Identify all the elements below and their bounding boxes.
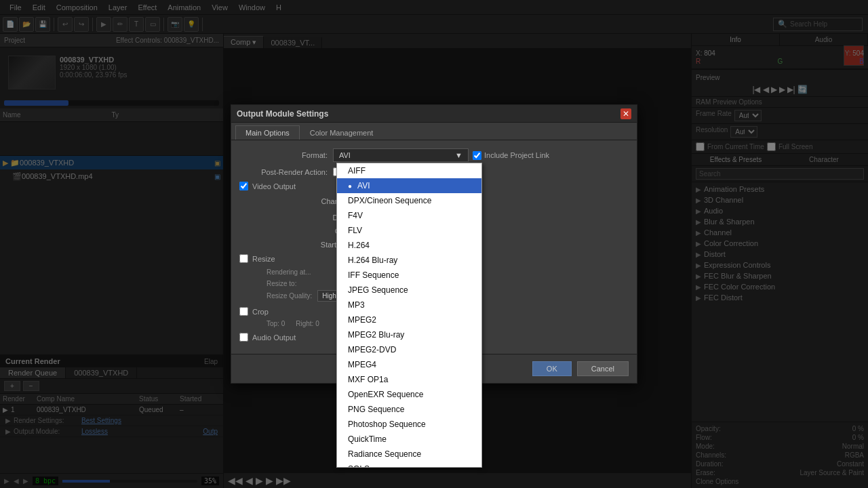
dialog-overlay: Output Module Settings ✕ Main Options Co…	[0, 0, 868, 488]
dropdown-item-aiff[interactable]: AIFF	[337, 163, 481, 178]
audio-output-label: Audio Output	[252, 333, 296, 342]
include-project-link-label: Include Project Link	[473, 151, 549, 160]
dropdown-item-mpeg4[interactable]: MPEG4	[337, 357, 481, 372]
dropdown-item-photoshop[interactable]: Photoshop Sequence	[337, 417, 481, 432]
dropdown-item-h264-bluray[interactable]: H.264 Blu-ray	[337, 253, 481, 268]
format-dropdown-menu: AIFF AVI DPX/Cineon Sequence F4V FLV H.2…	[336, 163, 482, 468]
resize-to-label: Resize to:	[267, 280, 296, 287]
dropdown-item-mpeg2-bluray[interactable]: MPEG2 Blu-ray	[337, 327, 481, 342]
dropdown-item-quicktime[interactable]: QuickTime	[337, 432, 481, 447]
dropdown-item-f4v[interactable]: F4V	[337, 208, 481, 223]
dialog-close-btn[interactable]: ✕	[620, 108, 631, 119]
resize-checkbox[interactable]	[239, 254, 248, 263]
crop-right: Right: 0	[296, 320, 319, 327]
crop-top: Top: 0	[267, 320, 285, 327]
output-module-dialog: Output Module Settings ✕ Main Options Co…	[231, 104, 637, 384]
dropdown-item-openexr[interactable]: OpenEXR Sequence	[337, 387, 481, 402]
format-row: Format: AVI ▼ Include Project Link	[239, 148, 629, 162]
format-dropdown-btn[interactable]: AVI ▼	[333, 148, 469, 162]
dropdown-item-png[interactable]: PNG Sequence	[337, 402, 481, 417]
dialog-title: Output Module Settings	[237, 109, 328, 119]
ok-btn[interactable]: OK	[532, 361, 572, 376]
dropdown-item-mp3[interactable]: MP3	[337, 298, 481, 312]
dropdown-item-h264[interactable]: H.264	[337, 238, 481, 253]
video-output-label: Video Output	[252, 182, 296, 190]
dropdown-item-jpeg[interactable]: JPEG Sequence	[337, 283, 481, 298]
post-render-label: Post-Render Action:	[239, 168, 328, 176]
format-selected-value: AVI	[339, 151, 351, 159]
dropdown-item-flv[interactable]: FLV	[337, 223, 481, 238]
include-project-link-text: Include Project Link	[484, 151, 549, 159]
dropdown-item-iff[interactable]: IFF Sequence	[337, 268, 481, 283]
dialog-tab-main[interactable]: Main Options	[235, 125, 300, 140]
dropdown-item-radiance[interactable]: Radiance Sequence	[337, 447, 481, 462]
resize-label: Resize	[252, 255, 275, 263]
crop-checkbox[interactable]	[239, 307, 248, 316]
include-project-link-checkbox[interactable]	[473, 151, 481, 160]
video-output-checkbox[interactable]	[239, 182, 248, 190]
format-control: AVI ▼ Include Project Link	[333, 148, 629, 162]
dropdown-item-mpeg2[interactable]: MPEG2	[337, 312, 481, 327]
dropdown-item-mpeg2-dvd[interactable]: MPEG2-DVD	[337, 342, 481, 357]
crop-label: Crop	[252, 308, 269, 316]
audio-output-checkbox[interactable]	[239, 333, 248, 342]
dropdown-item-avi[interactable]: AVI	[337, 178, 481, 193]
resize-quality-label: Resize Quality:	[267, 292, 312, 300]
dialog-title-bar: Output Module Settings ✕	[231, 105, 637, 123]
dropdown-item-mxf[interactable]: MXF OP1a	[337, 372, 481, 387]
dialog-tab-color[interactable]: Color Management	[300, 125, 384, 140]
dropdown-item-sgi[interactable]: SGI Sequence	[337, 462, 481, 468]
dialog-tabs: Main Options Color Management	[231, 123, 637, 140]
cancel-btn[interactable]: Cancel	[577, 361, 629, 376]
format-dropdown-arrow: ▼	[455, 151, 462, 159]
format-label: Format:	[239, 151, 328, 159]
dropdown-item-dpx[interactable]: DPX/Cineon Sequence	[337, 193, 481, 208]
resize-note: Rendering at...	[267, 268, 311, 276]
